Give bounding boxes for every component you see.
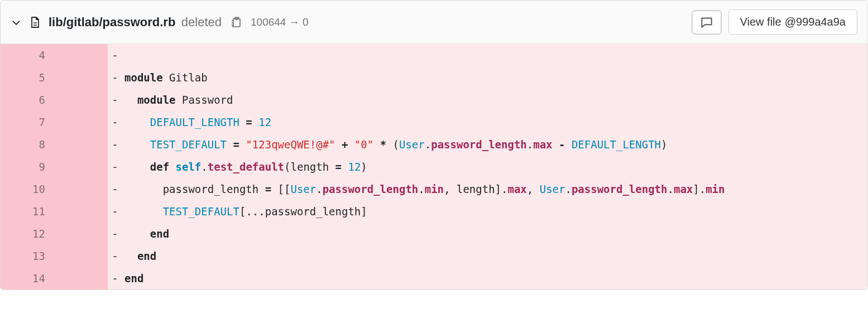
- diff-sign: -: [108, 267, 122, 289]
- line-number-new: [54, 89, 108, 111]
- code: end: [122, 267, 867, 289]
- diff-body: 4 - 5 - module Gitlab 6 - module Passwor…: [1, 44, 867, 289]
- code: end: [122, 245, 867, 267]
- view-file-label: View file: [740, 16, 781, 28]
- line-number-new: [54, 156, 108, 178]
- file-status: deleted: [181, 15, 222, 29]
- diff-sign: -: [108, 66, 122, 89]
- diff-line[interactable]: 9 - def self.test_default(length = 12): [1, 156, 867, 178]
- line-number-old[interactable]: 12: [1, 223, 54, 245]
- clipboard-icon: [229, 16, 243, 29]
- diff-line[interactable]: 4 -: [1, 44, 867, 66]
- line-number-old[interactable]: 6: [1, 89, 54, 111]
- view-file-sha: @999a4a9a: [785, 16, 846, 28]
- toggle-comments-button[interactable]: [692, 10, 722, 35]
- line-number-new: [54, 245, 108, 267]
- code: [122, 44, 867, 66]
- comment-icon: [699, 15, 714, 30]
- diff-file: lib/gitlab/password.rb deleted 100644 → …: [0, 0, 868, 290]
- diff-line[interactable]: 5 - module Gitlab: [1, 66, 867, 89]
- line-number-old[interactable]: 4: [1, 44, 54, 66]
- diff-sign: -: [108, 111, 122, 133]
- diff-sign: -: [108, 223, 122, 245]
- line-number-old[interactable]: 9: [1, 156, 54, 178]
- diff-line[interactable]: 11 - TEST_DEFAULT[...password_length]: [1, 200, 867, 223]
- file-path: lib/gitlab/password.rb: [49, 15, 175, 29]
- diff-sign: -: [108, 245, 122, 267]
- file-path-wrap[interactable]: lib/gitlab/password.rb deleted: [49, 15, 222, 30]
- line-number-new: [54, 133, 108, 156]
- line-number-new: [54, 66, 108, 89]
- line-number-old[interactable]: 10: [1, 178, 54, 200]
- file-header: lib/gitlab/password.rb deleted 100644 → …: [1, 1, 867, 44]
- line-number-old[interactable]: 5: [1, 66, 54, 89]
- line-number-new: [54, 178, 108, 200]
- line-number-old[interactable]: 11: [1, 200, 54, 223]
- diff-sign: -: [108, 89, 122, 111]
- line-number-old[interactable]: 14: [1, 267, 54, 289]
- line-number-new: [54, 111, 108, 133]
- line-number-old[interactable]: 13: [1, 245, 54, 267]
- code: def self.test_default(length = 12): [122, 156, 867, 178]
- chevron-down-icon: [11, 17, 22, 28]
- line-number-old[interactable]: 7: [1, 111, 54, 133]
- diff-sign: -: [108, 44, 122, 66]
- diff-line[interactable]: 13 - end: [1, 245, 867, 267]
- file-icon: [28, 16, 42, 29]
- diff-line[interactable]: 7 - DEFAULT_LENGTH = 12: [1, 111, 867, 133]
- diff-line[interactable]: 8 - TEST_DEFAULT = "123qweQWE!@#" + "0" …: [1, 133, 867, 156]
- code: module Gitlab: [122, 66, 867, 89]
- code: TEST_DEFAULT = "123qweQWE!@#" + "0" * (U…: [122, 133, 867, 156]
- line-number-new: [54, 200, 108, 223]
- collapse-toggle[interactable]: [11, 17, 22, 28]
- line-number-new: [54, 267, 108, 289]
- diff-sign: -: [108, 156, 122, 178]
- line-number-old[interactable]: 8: [1, 133, 54, 156]
- code: password_length = [[User.password_length…: [122, 178, 867, 200]
- file-mode-change: 100644 → 0: [251, 16, 309, 28]
- code: module Password: [122, 89, 867, 111]
- diff-sign: -: [108, 178, 122, 200]
- diff-sign: -: [108, 133, 122, 156]
- code: end: [122, 223, 867, 245]
- code: TEST_DEFAULT[...password_length]: [122, 200, 867, 223]
- line-number-new: [54, 44, 108, 66]
- view-file-button[interactable]: View file @999a4a9a: [728, 9, 857, 35]
- diff-sign: -: [108, 200, 122, 223]
- diff-line[interactable]: 10 - password_length = [[User.password_l…: [1, 178, 867, 200]
- line-number-new: [54, 223, 108, 245]
- diff-line[interactable]: 6 - module Password: [1, 89, 867, 111]
- copy-path-button[interactable]: [228, 15, 244, 30]
- code: DEFAULT_LENGTH = 12: [122, 111, 867, 133]
- diff-line[interactable]: 14 - end: [1, 267, 867, 289]
- diff-line[interactable]: 12 - end: [1, 223, 867, 245]
